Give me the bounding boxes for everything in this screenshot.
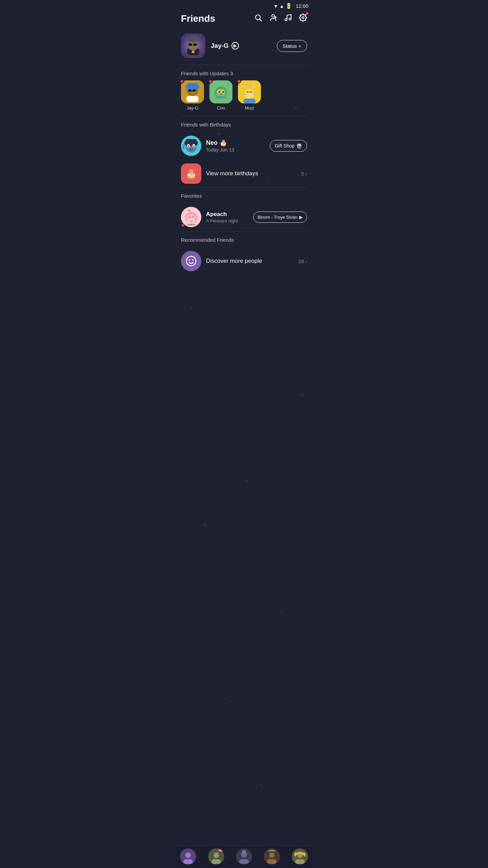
friends-updates-title: Friends with Updates 3 <box>174 65 314 80</box>
friends-updates-list: Jay-G <box>174 80 314 116</box>
svg-point-33 <box>220 94 221 95</box>
birthday-emoji: 🎂 <box>220 139 227 146</box>
recommended-title: Recommended Friends <box>174 232 314 247</box>
play-icon: ▶ <box>299 215 303 220</box>
birthday-name: Neo 🎂 <box>206 139 265 146</box>
svg-point-2 <box>272 15 274 17</box>
smiley-icon <box>181 251 201 271</box>
view-more-count: 5 › <box>301 171 307 177</box>
favorites-status: A Pleasant night <box>206 218 248 223</box>
settings-icon[interactable] <box>299 14 307 24</box>
svg-point-60 <box>194 218 197 221</box>
svg-rect-21 <box>187 83 198 86</box>
svg-point-65 <box>185 852 191 858</box>
birthdays-section: Friends with Birthdays <box>174 116 314 187</box>
svg-rect-72 <box>239 859 249 864</box>
recommended-count: 28 › <box>298 258 307 264</box>
recommended-section: Recommended Friends Discover more people… <box>174 232 314 275</box>
friend-avatar-con <box>209 80 232 103</box>
profile-avatar[interactable] <box>181 34 205 58</box>
svg-point-54 <box>193 145 195 147</box>
birthday-avatar-neo[interactable] <box>181 136 201 156</box>
svg-rect-22 <box>188 90 191 92</box>
nav-badge-2: 32 <box>217 848 224 852</box>
music-button[interactable]: Bloom - Troye Sivan ▶ <box>253 212 307 223</box>
svg-rect-13 <box>193 43 197 46</box>
list-item[interactable]: Con <box>209 80 232 111</box>
gift-shop-button[interactable]: Gift Shop <box>270 140 307 152</box>
nav-item-4[interactable] <box>264 848 280 865</box>
svg-point-68 <box>214 852 219 858</box>
svg-line-1 <box>260 19 262 21</box>
friend-avatar-wrap <box>181 80 204 103</box>
svg-point-53 <box>188 145 189 147</box>
svg-point-62 <box>189 259 190 261</box>
birthday-item: Neo 🎂 Today Jun 13 Gift Shop <box>174 132 314 160</box>
header-icons: ♪ <box>254 14 307 24</box>
svg-rect-25 <box>186 96 199 102</box>
nav-item-5[interactable] <box>292 848 308 865</box>
update-dot <box>237 79 241 83</box>
view-more-birthdays[interactable]: 🎂 View more birthdays 5 › <box>174 160 314 187</box>
recommended-text: Discover more people <box>206 258 293 264</box>
svg-point-34 <box>221 94 222 95</box>
friend-name: Con <box>217 105 225 111</box>
nav-avatar-4 <box>264 848 280 865</box>
svg-rect-69 <box>211 859 221 864</box>
settings-badge <box>306 12 308 15</box>
search-icon[interactable] <box>254 14 262 24</box>
birthdays-title: Friends with Birthdays <box>174 116 314 132</box>
friend-avatar-wrap <box>238 80 261 103</box>
svg-rect-46 <box>243 99 256 103</box>
favorites-title: Favorites <box>174 188 314 203</box>
svg-point-63 <box>192 259 194 261</box>
friend-name: Muzi <box>245 105 254 111</box>
recommended-item[interactable]: Discover more people 28 › <box>174 247 314 275</box>
svg-point-59 <box>185 218 189 221</box>
friends-updates-section: Friends with Updates 3 <box>174 65 314 116</box>
status-icons: ▼ ▲ 🔋 <box>273 3 292 9</box>
svg-point-7 <box>302 17 304 19</box>
list-item[interactable]: Jay-G <box>181 80 204 111</box>
add-friend-icon[interactable] <box>269 14 277 24</box>
status-button[interactable]: Status + <box>277 40 307 52</box>
favorites-info: Apeach A Pleasant night <box>206 211 248 223</box>
svg-rect-79 <box>295 859 305 864</box>
favorites-name: Apeach <box>206 211 248 218</box>
bottom-nav: 32 <box>174 846 314 868</box>
nav-avatar-5 <box>292 848 308 865</box>
svg-rect-23 <box>192 90 196 92</box>
update-dot <box>208 79 212 83</box>
view-more-text: View more birthdays <box>206 170 297 177</box>
svg-rect-76 <box>267 859 277 864</box>
svg-rect-12 <box>188 43 192 46</box>
nav-avatar-2: 32 <box>208 848 224 865</box>
favorites-avatar-wrap <box>181 207 201 227</box>
music-icon[interactable]: ♪ <box>284 14 292 24</box>
update-dot <box>180 79 184 83</box>
status-bar: ▼ ▲ 🔋 12:00 <box>174 0 314 11</box>
list-item[interactable]: Muzi <box>238 80 261 111</box>
profile-name: Jay-G ▶ <box>211 42 271 50</box>
svg-point-61 <box>186 256 196 266</box>
friend-name: Jay-G <box>187 105 199 111</box>
nav-item-1[interactable] <box>180 848 196 865</box>
favorites-section: Favorites <box>174 188 314 231</box>
svg-point-6 <box>289 18 291 20</box>
svg-rect-73 <box>242 850 246 853</box>
nav-avatar-3 <box>236 848 252 865</box>
online-dot <box>181 223 185 227</box>
birthday-date: Today Jun 13 <box>206 147 265 153</box>
profile-row: Jay-G ▶ Status + <box>174 29 314 65</box>
svg-point-15 <box>192 51 195 53</box>
nav-item-2[interactable]: 32 <box>208 848 224 865</box>
signal-icon: ▲ <box>280 3 284 9</box>
svg-rect-50 <box>186 139 197 142</box>
profile-arrow[interactable]: ▶ <box>231 42 239 50</box>
friend-avatar-wrap <box>209 80 232 103</box>
cake-icon: 🎂 <box>181 163 201 184</box>
birthday-info: Neo 🎂 Today Jun 13 <box>206 139 265 153</box>
music-label: Bloom - Troye Sivan <box>258 215 297 220</box>
status-time: 12:00 <box>296 3 308 9</box>
nav-item-3[interactable] <box>236 848 252 865</box>
